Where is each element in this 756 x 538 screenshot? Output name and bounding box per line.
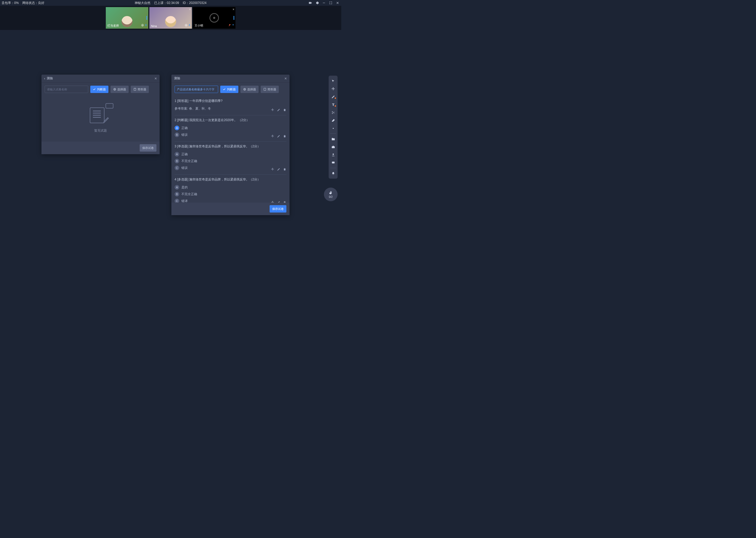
move-question-icon[interactable] [271,201,274,202]
video-tile-teacher[interactable]: 叮当老师 [106,7,148,28]
text-tool-icon[interactable] [329,101,338,108]
question-header: 1 [简答题] 一年四季分别是哪四季? [174,99,286,103]
participant-name: Nina [151,25,157,27]
option-badge: A [174,152,179,157]
option-badge: B [174,133,179,137]
svg-rect-12 [134,88,136,91]
option-badge: A [174,185,179,190]
svg-rect-0 [323,3,325,3]
hand-raise-badge[interactable]: 0/2 [324,188,338,201]
users-icon[interactable] [329,151,338,158]
question-option[interactable]: B不完全正确 [174,191,286,197]
mic-muted-icon [228,23,231,27]
record-icon [141,23,144,27]
delete-question-icon[interactable] [283,108,286,112]
svg-point-22 [333,153,334,155]
question-answer: 参考答案: 春、夏、秋、冬 [174,105,286,112]
question-header: 4 [多选题] 施华洛世奇是反华品牌，所以梁鼎琪反华。（2分） [174,177,286,182]
option-text: 错误 [181,133,188,137]
edit-question-icon[interactable] [277,201,280,202]
save-quiz-button[interactable]: 保存试卷 [269,205,286,213]
question-header: 2 [判断题] 我国宪法上一次更新是在2020年。 （2分） [174,118,286,123]
question-block: 2 [判断题] 我国宪法上一次更新是在2020年。 （2分）A正确B错误 [174,115,286,141]
add-shortanswer-button[interactable]: 简答题 [131,86,149,93]
move-question-icon[interactable] [271,168,274,172]
svg-rect-16 [264,88,266,91]
edit-question-icon[interactable] [277,108,280,112]
video-strip: 叮当老师 × Nina × 王小明 [0,6,341,30]
video-tile-student[interactable]: × Nina [149,7,192,28]
option-badge: C [174,166,179,170]
video-tile-student[interactable]: × 王小明 [193,7,235,28]
bell-icon[interactable] [329,170,338,177]
delete-question-icon[interactable] [283,168,286,172]
option-text: 是的 [181,185,188,190]
maximize-icon[interactable] [329,1,333,5]
tile-close-icon[interactable]: × [233,8,234,11]
question-option[interactable]: C错译 [174,197,286,202]
participant-name: 王小明 [195,24,203,27]
add-shortanswer-button[interactable]: 简答题 [261,86,279,93]
option-badge: C [174,198,179,202]
svg-point-24 [333,162,333,162]
option-text: 不完全正确 [181,159,197,163]
session-id: ID：2020070324 [183,1,207,5]
svg-point-11 [115,89,115,90]
option-badge: B [174,159,179,163]
camera-toggle-icon[interactable] [308,1,312,5]
annotation-toolbar [329,76,338,179]
question-option[interactable]: A是的 [174,184,286,191]
question-actions [271,108,286,112]
question-actions [271,201,286,202]
question-option[interactable]: C错误 [174,164,286,171]
question-option[interactable]: B错误 [174,131,286,138]
question-option[interactable]: A正确 [174,151,286,158]
svg-point-5 [186,25,186,26]
chat-icon[interactable] [329,159,338,166]
move-question-icon[interactable] [271,108,274,112]
back-icon[interactable]: ‹ [44,77,45,81]
edit-question-icon[interactable] [277,134,280,139]
option-badge: A [174,126,179,130]
minimize-icon[interactable] [322,1,326,5]
question-option[interactable]: B不完全正确 [174,158,286,164]
quiz-panel-editor: 测验 ✕ 判断题 选择题 简答题 1 [简答题] 一年四季分别是哪四季?参考答案… [171,75,290,215]
save-quiz-button[interactable]: 保存试卷 [140,144,157,152]
add-truefalse-button[interactable]: 判断题 [220,86,238,93]
toolbox-icon[interactable] [329,143,338,150]
quiz-name-input[interactable] [45,86,88,93]
question-list: 1 [简答题] 一年四季分别是哪四季?参考答案: 春、夏、秋、冬 2 [判断题]… [171,96,290,202]
add-choice-button[interactable]: 选择题 [240,86,259,93]
settings-icon[interactable] [315,1,319,5]
laser-tool-icon[interactable] [329,125,338,132]
packet-loss: 丢包率：0% [2,1,19,5]
top-status-bar: 丢包率：0% 网络状态：良好 神秘大自然 已上课：02:34:09 ID：202… [0,0,341,6]
scissors-tool-icon[interactable] [329,109,338,116]
panel-close-icon[interactable]: ✕ [154,77,157,81]
add-choice-button[interactable]: 选择题 [111,86,129,93]
svg-rect-21 [333,146,334,146]
delete-question-icon[interactable] [283,134,286,139]
tile-close-icon[interactable]: × [189,8,191,11]
add-truefalse-button[interactable]: 判断题 [90,86,109,93]
files-icon[interactable] [329,135,338,143]
hand-raise-count: 0/2 [329,195,333,198]
eraser-tool-icon[interactable] [329,117,338,124]
edit-question-icon[interactable] [277,168,280,172]
close-window-icon[interactable] [336,1,340,5]
move-question-icon[interactable] [271,134,274,139]
elapsed-time: 已上课：02:34:09 [154,1,179,5]
empty-illustration-icon [89,105,112,125]
option-badge: B [174,192,179,196]
question-option[interactable]: A正确 [174,125,286,131]
svg-point-15 [244,89,245,90]
pointer-tool-icon[interactable] [329,77,338,84]
move-tool-icon[interactable] [329,85,338,92]
panel-close-icon[interactable]: ✕ [284,77,287,81]
empty-state: 暂无试题 [41,96,160,141]
delete-question-icon[interactable] [283,201,286,202]
option-text: 错译 [181,199,188,203]
quiz-name-input[interactable] [174,86,218,93]
question-actions [271,134,286,139]
pen-tool-icon[interactable] [329,93,338,100]
